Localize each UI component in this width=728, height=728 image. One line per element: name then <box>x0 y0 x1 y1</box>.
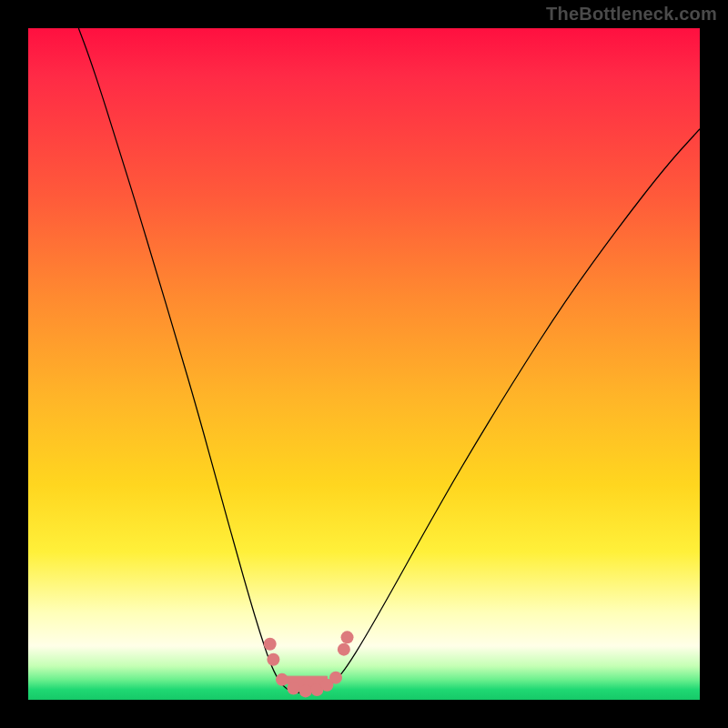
highlight-dot <box>299 684 312 697</box>
watermark-text: TheBottleneck.com <box>546 4 717 25</box>
chart-frame: TheBottleneck.com <box>0 0 728 728</box>
highlight-dot <box>329 672 342 684</box>
highlight-dot <box>267 653 279 666</box>
plot-area <box>28 28 700 700</box>
highlight-dot <box>288 682 300 694</box>
highlight-dots-group <box>264 631 354 697</box>
bottleneck-curve-path <box>78 28 700 693</box>
highlight-dot <box>341 631 354 643</box>
highlight-dot <box>264 638 277 651</box>
highlight-dot <box>276 673 288 686</box>
curve-svg <box>28 28 700 700</box>
highlight-dot <box>338 643 350 656</box>
